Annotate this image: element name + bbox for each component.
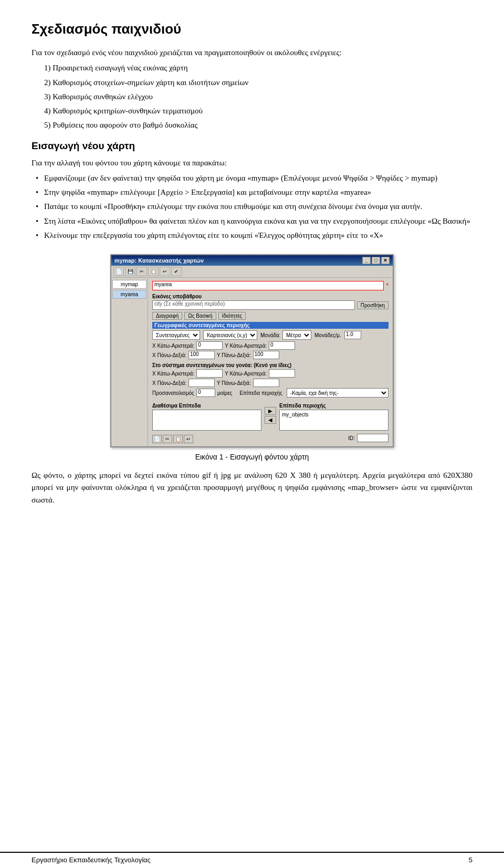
available-label: Διαθέσιμα Επίπεδα [152, 403, 261, 409]
list-item: 4) Καθορισμός κριτηρίων-συνθηκών τερματι… [32, 105, 472, 117]
list-item: 5) Ρυθμίσεις που αφορούν στο βαθμό δυσκο… [32, 119, 472, 131]
action-buttons-row: Διαγραφή Ως Βασική Ιδιότητες [152, 312, 388, 320]
page-title: Σχεδιασμός παιχνιδιού [32, 21, 472, 37]
periochi-list[interactable]: my_objects [279, 410, 388, 431]
section1-intro: Για την αλλαγή του φόντου του χάρτη κάνο… [32, 157, 472, 169]
parent-section-title: Στο σύστημα συντεταγμένων του γονέα: (Κε… [152, 362, 388, 368]
kartezianes-select[interactable]: Καρτεσιανές (x,y) [203, 330, 257, 340]
add-button[interactable]: Προσθήκη [357, 301, 388, 309]
figure-caption: Εικόνα 1 - Εισαγωγή φόντου χάρτη [32, 453, 472, 461]
parent-x-kato-input[interactable] [196, 369, 223, 378]
para1: Ως φόντο, ο χάρτης μπορεί να δεχτεί εικό… [32, 469, 472, 506]
toolbar-btn-4[interactable]: 📋 [148, 267, 159, 276]
orientation-row: Προσανατολισμός 0 μοίρες Επίπεδα περιοχή… [152, 388, 388, 398]
window-sidebar: mymap myarea [111, 278, 148, 446]
y-kato-label: Υ Κάτω-Αριστερά: [225, 343, 267, 349]
bullet-item: Στην ψηφίδα «mymap» επιλέγουμε [Αρχείο >… [32, 186, 472, 199]
id-input[interactable] [357, 434, 388, 442]
minimize-button[interactable]: _ [362, 257, 371, 264]
available-epipeda-col: Διαθέσιμα Επίπεδα [152, 400, 261, 431]
monades-label: Μονάδα [260, 332, 279, 338]
y-pano-input[interactable]: 100 [253, 351, 279, 359]
geo-type-row: Συντεταγμένες Καρτεσιανές (x,y) Μονάδα Μ… [152, 330, 388, 340]
metro-select[interactable]: Μέτρα [282, 330, 311, 340]
x-kato-input[interactable]: 0 [196, 341, 223, 350]
parent-x-pano-input[interactable] [188, 379, 215, 387]
bottom-btn-4[interactable]: ↩ [184, 435, 193, 443]
id-label: ID: [348, 435, 355, 441]
footer-left: Εργαστήριο Εκπαιδευτικής Τεχνολογίας [32, 856, 151, 864]
bullet-item: Πατάμε το κουμπί «Προσθήκη» επιλέγουμε τ… [32, 201, 472, 213]
footer-right: 5 [469, 856, 472, 864]
sidebar-item-mymap[interactable]: mymap [112, 280, 146, 289]
orientation-input[interactable]: 0 [196, 389, 215, 397]
x-pano-row: Χ Πάνω-Δεξιά: 100 Υ Πάνω-Δεξιά: 100 [152, 351, 388, 359]
id-row: ID: [348, 434, 388, 442]
parent-x-pano-row: Χ Πάνω-Δεξιά: Υ Πάνω-Δεξιά: [152, 379, 388, 387]
x-pano-input[interactable]: 100 [188, 351, 215, 359]
maximize-button[interactable]: □ [372, 257, 380, 264]
parent-y-pano-input[interactable] [253, 379, 279, 387]
toolbar-btn-3[interactable]: ✂ [136, 267, 147, 276]
y-kato-input[interactable]: 0 [269, 341, 295, 350]
city-row: city (Σε κάθε χρονική περίοδο) Προσθήκη [152, 300, 388, 310]
screenshot-box: mymap: Κατασκευαστής χαρτών _ □ ✕ 📄 💾 ✂ … [110, 254, 394, 447]
epipeda-arrows: ▶ ◀ [265, 400, 276, 431]
x-kato-label: Χ Κάτω-Αριστερά: [152, 343, 194, 349]
properties-button[interactable]: Ιδιότητες [218, 312, 246, 320]
epipeda-periochis-inline-label: Επίπεδα περιοχής [239, 390, 282, 396]
toolbar-btn-6[interactable]: ✔ [171, 267, 182, 276]
degrees-label: μοίρες [217, 390, 233, 396]
parent-y-pano-label: Υ Πάνω-Δεξιά: [217, 380, 251, 386]
bottom-btn-1[interactable]: 📄 [152, 435, 162, 443]
intro-text: Για τον σχεδιασμό ενός νέου παιχνιδιού χ… [32, 47, 472, 59]
titlebar-buttons: _ □ ✕ [362, 257, 390, 264]
monadesm-label: Μονάδες/μ. [314, 332, 341, 338]
screenshot-container: mymap: Κατασκευαστής χαρτών _ □ ✕ 📄 💾 ✂ … [32, 254, 472, 447]
my-objects-item[interactable]: my_objects [281, 411, 387, 418]
parent-x-kato-row: Χ Κάτω-Αριστερά: Υ Κάτω-Αριστερά: [152, 369, 388, 378]
kafia-select[interactable]: -Καμία, εχα δική της- [287, 388, 388, 398]
x-kato-row: Χ Κάτω-Αριστερά: 0 Υ Κάτω-Αριστερά: 0 [152, 341, 388, 350]
bullet-item: Εμφανίζουμε (αν δεν φαίνεται) την ψηφίδα… [32, 172, 472, 184]
periochi-label: Επίπεδα περιοχής [279, 403, 388, 409]
basic-button[interactable]: Ως Βασική [184, 312, 216, 320]
window-titlebar: mymap: Κατασκευαστής χαρτών _ □ ✕ [111, 255, 393, 266]
parent-x-pano-label: Χ Πάνω-Δεξιά: [152, 380, 186, 386]
bottom-btn-2[interactable]: ✂ [163, 435, 172, 443]
toolbar-btn-2[interactable]: 💾 [125, 267, 135, 276]
list-item: 3) Καθορισμός συνθηκών ελέγχου [32, 91, 472, 103]
window-content: mymap myarea myarea * Εικόνες υποβάθρου … [111, 278, 393, 446]
name-input[interactable]: myarea [152, 281, 384, 290]
syntetagmenes-select[interactable]: Συντεταγμένες [152, 330, 200, 340]
bullet-item: Κλείνουμε την επεξεργασία του χάρτη επιλ… [32, 229, 472, 242]
delete-button[interactable]: Διαγραφή [152, 312, 182, 320]
sidebar-item-myarea[interactable]: myarea [112, 290, 146, 299]
list-item: 1) Προαιρετική εισαγωγή νέας εικόνας χάρ… [32, 62, 472, 74]
available-list[interactable] [152, 410, 261, 431]
parent-x-kato-label: Χ Κάτω-Αριστερά: [152, 371, 194, 377]
bottom-btn-3[interactable]: 📋 [173, 435, 183, 443]
window-title: mymap: Κατασκευαστής χαρτών [114, 257, 204, 264]
bottom-toolbar: 📄 ✂ 📋 ↩ [152, 435, 193, 443]
images-section-title: Εικόνες υποβάθρου [152, 294, 388, 299]
name-row: myarea * [152, 281, 388, 290]
parent-y-kato-input[interactable] [269, 369, 295, 378]
toolbar-btn-1[interactable]: 📄 [113, 267, 124, 276]
periochi-epipeda-col: Επίπεδα περιοχής my_objects [279, 400, 388, 431]
arrow-right-button[interactable]: ▶ [265, 407, 276, 415]
toolbar-btn-5[interactable]: ↩ [160, 267, 170, 276]
bullet-item: Στη λίστα «Εικόνες υπόβαθρου» θα φαίνετα… [32, 215, 472, 227]
footer: Εργαστήριο Εκπαιδευτικής Τεχνολογίας 5 [0, 852, 504, 867]
city-input[interactable]: city (Σε κάθε χρονική περίοδο) [152, 300, 355, 310]
close-button[interactable]: ✕ [381, 257, 390, 264]
arrow-left-button[interactable]: ◀ [265, 416, 276, 424]
x-pano-label: Χ Πάνω-Δεξιά: [152, 352, 186, 358]
numbered-list: 1) Προαιρετική εισαγωγή νέας εικόνας χάρ… [32, 62, 472, 131]
section1-title: Εισαγωγή νέου χάρτη [32, 140, 472, 152]
bullet-list: Εμφανίζουμε (αν δεν φαίνεται) την ψηφίδα… [32, 172, 472, 242]
window-toolbar: 📄 💾 ✂ 📋 ↩ ✔ [111, 266, 393, 278]
list-item: 2) Καθορισμός στοιχείων-σημείων χάρτη κα… [32, 77, 472, 89]
required-star: * [386, 282, 388, 289]
monadesm-value[interactable]: 1.0 [344, 331, 361, 339]
